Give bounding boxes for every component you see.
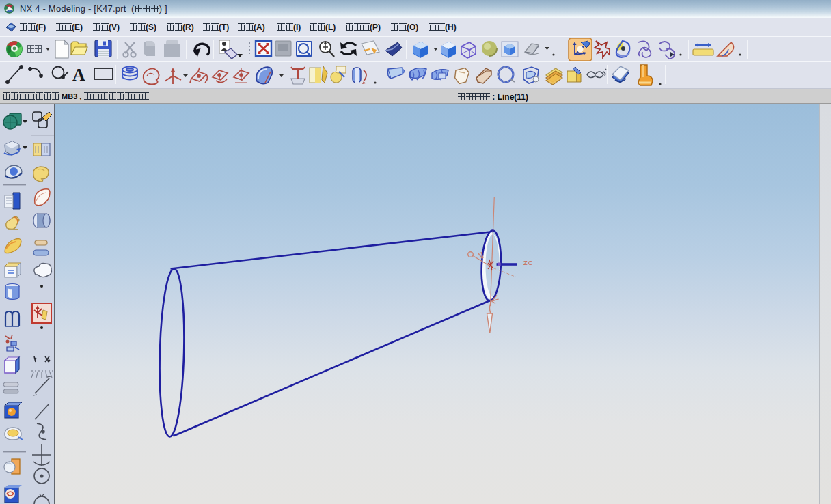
svg-text:ZC: ZC — [523, 259, 534, 266]
svg-text:A: A — [72, 65, 85, 85]
